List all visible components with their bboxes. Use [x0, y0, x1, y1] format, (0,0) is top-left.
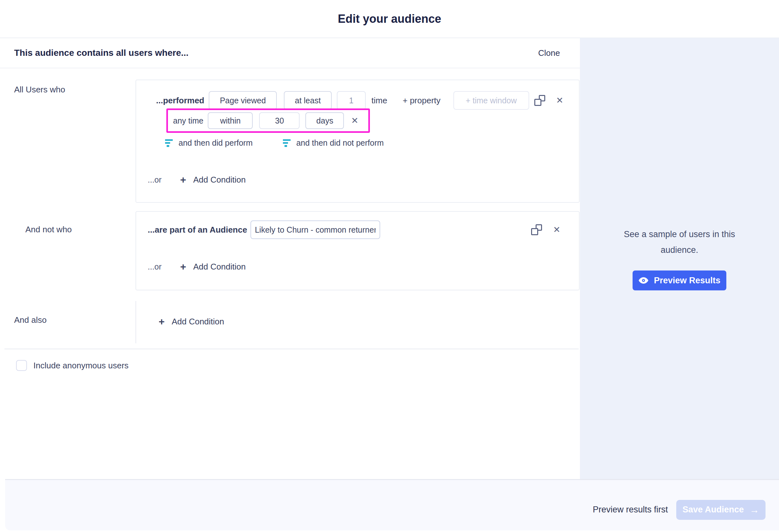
- audience-prefix: ...are part of an Audience: [148, 225, 247, 235]
- count-input[interactable]: [337, 91, 366, 110]
- filter-icon: [165, 139, 173, 147]
- time-unit-select[interactable]: days: [305, 112, 344, 129]
- plus-icon: +: [159, 316, 165, 327]
- filter-icon: [283, 139, 291, 147]
- time-window-close-icon[interactable]: ✕: [351, 117, 358, 125]
- duplicate-icon[interactable]: [534, 95, 545, 106]
- and-also-add-condition-row: + Add Condition: [159, 316, 224, 327]
- plus-icon: +: [180, 262, 186, 272]
- save-audience-label: Save Audience: [682, 505, 744, 515]
- within-select[interactable]: within: [208, 112, 253, 129]
- edit-audience-modal: Edit your audience This audience contain…: [0, 0, 779, 532]
- add-condition-button[interactable]: Add Condition: [172, 317, 224, 327]
- add-property-button[interactable]: + property: [403, 95, 440, 106]
- count-suffix: time: [371, 95, 387, 106]
- plus-icon: +: [180, 175, 186, 185]
- close-icon[interactable]: ✕: [553, 225, 560, 234]
- anonymous-checkbox-label: Include anonymous users: [34, 361, 128, 371]
- preview-results-button[interactable]: Preview Results: [633, 270, 726, 290]
- page-title: Edit your audience: [0, 0, 779, 38]
- or-add-condition-row: ...or + Add Condition: [148, 174, 246, 186]
- clone-button[interactable]: Clone: [538, 48, 560, 58]
- or-label: ...or: [148, 175, 162, 185]
- condition-card-performed: ...performed Page viewed at least time +…: [135, 80, 580, 203]
- anonymous-users-row: Include anonymous users: [16, 360, 128, 371]
- section-separator: [4, 348, 579, 349]
- time-window-placeholder-button[interactable]: + time window: [454, 91, 529, 110]
- then-did-perform-label: and then did perform: [179, 138, 253, 148]
- sequence-links-row: and then did perform and then did not pe…: [165, 138, 384, 148]
- operator-select[interactable]: at least: [284, 91, 332, 110]
- anonymous-checkbox[interactable]: [16, 360, 27, 371]
- and-also-divider: [135, 301, 136, 343]
- performed-prefix: ...performed: [156, 95, 204, 106]
- preview-panel-message: See a sample of users in this audience.: [615, 226, 744, 258]
- group-label-and-also: And also: [14, 315, 47, 325]
- audience-row: ...are part of an Audience ✕: [148, 220, 560, 239]
- time-window-row-highlighted: any time within days ✕: [166, 109, 370, 133]
- or-add-condition-row: ...or + Add Condition: [148, 261, 246, 272]
- then-did-not-perform-label: and then did not perform: [296, 138, 384, 148]
- save-audience-button[interactable]: Save Audience →: [676, 500, 766, 520]
- preview-panel: See a sample of users in this audience. …: [580, 38, 779, 479]
- then-did-perform-link[interactable]: and then did perform: [165, 138, 253, 148]
- duplicate-icon[interactable]: [531, 224, 542, 235]
- condition-card-audience: ...are part of an Audience ✕ ...or + Add…: [135, 211, 580, 290]
- preview-first-hint: Preview results first: [593, 505, 668, 515]
- audience-rule-heading: This audience contains all users where..…: [14, 48, 188, 58]
- eye-icon: [638, 277, 649, 284]
- close-icon[interactable]: ✕: [556, 96, 563, 105]
- audience-select-input[interactable]: [250, 220, 380, 239]
- time-window-value-input[interactable]: [259, 112, 300, 129]
- preview-results-label: Preview Results: [654, 276, 720, 285]
- then-did-not-perform-link[interactable]: and then did not perform: [283, 138, 384, 148]
- arrow-right-icon: →: [750, 505, 760, 515]
- time-window-prefix: any time: [173, 116, 203, 125]
- group-label-and-not-who: And not who: [25, 224, 72, 235]
- audience-header: This audience contains all users where..…: [0, 38, 580, 68]
- footer-bar: Preview results first Save Audience →: [5, 479, 779, 530]
- performed-row: ...performed Page viewed at least time +…: [156, 91, 571, 110]
- event-select[interactable]: Page viewed: [209, 91, 277, 110]
- add-condition-button[interactable]: Add Condition: [193, 262, 246, 272]
- add-condition-button[interactable]: Add Condition: [193, 175, 246, 185]
- group-label-all-users: All Users who: [14, 85, 65, 95]
- or-label: ...or: [148, 262, 162, 271]
